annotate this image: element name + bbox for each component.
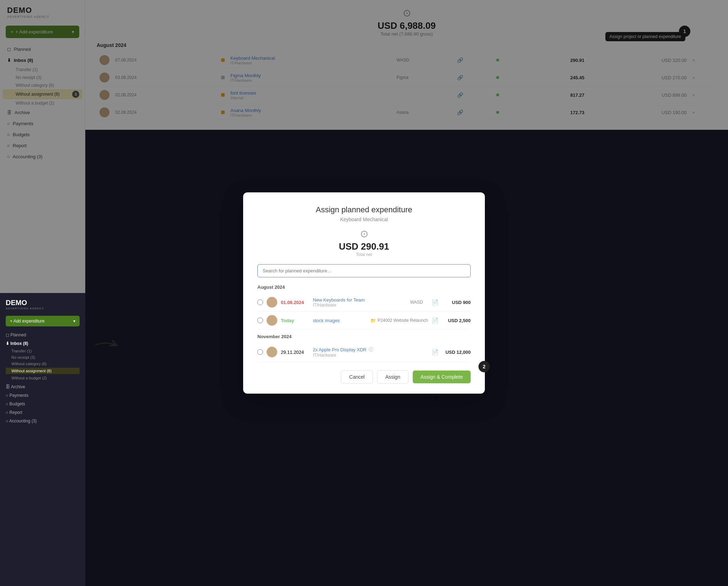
plan-radio-2[interactable] — [257, 349, 263, 355]
plan-cat-2: IT/Hardware — [313, 353, 428, 358]
assign-modal: 2 Assign planned expenditure Keyboard Me… — [243, 192, 485, 394]
nav-report-dark[interactable]: ○ Report — [6, 408, 80, 417]
plan-row-0: 01.08.2024 New Keyboards for Team IT/Har… — [257, 293, 471, 311]
modal-receipt-icon: ⊙ — [257, 228, 471, 240]
plan-date-1: Today — [281, 318, 309, 323]
plan-row-2: 29.11.2024 2x Apple Pro Display XDR ⓘ IT… — [257, 343, 471, 362]
info-icon-2: ⓘ — [369, 346, 373, 353]
file-icon-1: 📄 — [432, 317, 439, 324]
plan-amount-2: USD 12,000 — [442, 350, 471, 355]
plan-name-0: New Keyboards for Team — [313, 297, 407, 303]
plan-avatar-2 — [267, 347, 277, 357]
file-icon-2: 📄 — [432, 349, 439, 356]
arrow-annotation — [92, 340, 120, 351]
sidebar-dark: DEMO ADVERTISING AGENCY + Add expenditur… — [0, 293, 85, 586]
sub-noreceipt-dark[interactable]: No receipt (3) — [6, 354, 80, 361]
plan-avatar-0 — [267, 297, 277, 308]
plan-name-2: 2x Apple Pro Display XDR — [313, 347, 366, 352]
cursor-hand: ☞ — [430, 393, 439, 404]
nav-payments-dark[interactable]: ○ Payments — [6, 391, 80, 400]
section-month-november: November 2024 — [257, 334, 471, 339]
sub-transfer-dark[interactable]: Transfer (1) — [6, 348, 80, 354]
plan-avatar-1 — [267, 315, 277, 326]
add-btn-dark[interactable]: + Add expenditure▾ — [6, 316, 80, 326]
nav-archive-dark[interactable]: 🗄 Archive — [6, 383, 80, 391]
plan-radio-1[interactable] — [257, 318, 263, 323]
plan-project-1: P24002 Website Relaunch — [378, 318, 428, 323]
modal-amount: USD 290.91 — [257, 241, 471, 252]
nav-accounting-dark[interactable]: ○ Accounting (3) — [6, 417, 80, 425]
plan-project-0: WASD — [410, 300, 428, 305]
assign-complete-button[interactable]: Assign & Complete — [413, 371, 471, 383]
modal-title: Assign planned expenditure — [257, 205, 471, 214]
modal-amount-section: ⊙ USD 290.91 Total net — [257, 228, 471, 257]
assign-button[interactable]: Assign — [377, 370, 408, 384]
sub-nocat-dark[interactable]: Without category (6) — [6, 361, 80, 367]
plan-date-2: 29.11.2024 — [281, 350, 309, 355]
search-input[interactable] — [257, 264, 471, 277]
cancel-button[interactable]: Cancel — [341, 370, 373, 384]
file-icon-0: 📄 — [432, 299, 439, 306]
step2-badge: 2 — [478, 361, 490, 372]
nav-inbox-dark[interactable]: ⬇ Inbox (8) — [6, 339, 80, 348]
folder-icon-1: 📁 — [370, 318, 376, 323]
plan-cat-0: IT/Hardware — [313, 303, 407, 308]
sub-noassign-dark[interactable]: Without assignment (8) — [6, 368, 80, 374]
nav-budgets-dark[interactable]: ○ Budgets — [6, 400, 80, 408]
logo-sub-dark: ADVERTISING AGENCY — [6, 307, 80, 310]
plan-amount-0: USD 900 — [442, 300, 471, 305]
plan-name-1: stock images — [313, 318, 367, 323]
sub-nobudget-dark[interactable]: Without a budget (2) — [6, 375, 80, 381]
logo-dark: DEMO — [6, 299, 80, 307]
modal-overlay[interactable]: DEMO ADVERTISING AGENCY + Add expenditur… — [0, 0, 728, 586]
modal-net: Total net — [257, 252, 471, 257]
plan-date-0: 01.08.2024 — [281, 300, 309, 305]
nav-planned-dark[interactable]: ◻ Planned — [6, 331, 80, 339]
plan-radio-0[interactable] — [257, 299, 263, 305]
modal-subtitle: Keyboard Mechanical — [257, 217, 471, 222]
section-month-august: August 2024 — [257, 284, 471, 290]
plan-row-1: Today stock images 📁 P24002 Website Rela… — [257, 311, 471, 330]
modal-footer: Cancel Assign Assign & Complete ☞ — [257, 370, 471, 384]
plan-amount-1: USD 2,500 — [442, 318, 471, 323]
